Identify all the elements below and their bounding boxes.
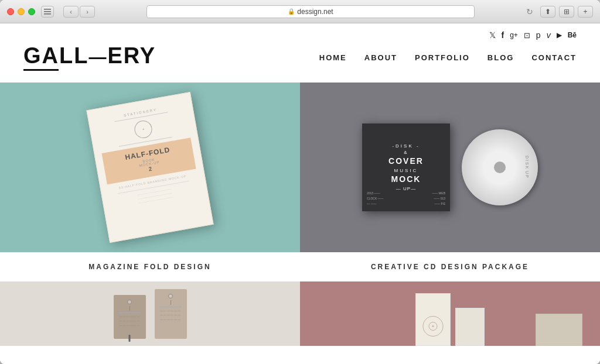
new-tab-button[interactable]: ⊞ — [559, 6, 574, 18]
cd-disc: DISK UP — [462, 129, 538, 205]
gallery-item-cd[interactable]: -DISK - & COVER MUSIC MOCK — UP— 2013 ——… — [300, 83, 600, 281]
svg-rect-0 — [44, 9, 51, 10]
logo-text: GALL―ERY — [23, 44, 156, 67]
maximize-button[interactable] — [28, 8, 35, 15]
gallery-label-cd: CREATIVE CD DESIGN PACKAGE — [300, 252, 600, 281]
browser-chrome: ‹ › 🔒 dessign.net ↻ ⬆ ⊞ + — [0, 0, 600, 23]
facebook-icon[interactable]: f — [502, 30, 504, 40]
twitter-icon[interactable]: 𝕏 — [489, 30, 496, 40]
forward-button[interactable]: › — [80, 6, 95, 18]
browser-window: ‹ › 🔒 dessign.net ↻ ⬆ ⊞ + 𝕏 f g+ ⊡ p v ▶ — [0, 0, 600, 364]
close-button[interactable] — [7, 8, 14, 15]
add-button[interactable]: + — [578, 6, 593, 18]
gallery-item-magazine[interactable]: STATIONERY ✦ HALF-FOLD BOOK MOCK-UP 2 — [0, 83, 300, 281]
gallery-image-cd: -DISK - & COVER MUSIC MOCK — UP— 2013 ——… — [300, 83, 600, 252]
magazine-mockup: STATIONERY ✦ HALF-FOLD BOOK MOCK-UP 2 — [86, 92, 213, 243]
logo-underline — [23, 69, 59, 71]
sidebar-toggle[interactable] — [41, 6, 54, 18]
youtube-icon[interactable]: ▶ — [557, 31, 562, 39]
gallery-bottom: —————————————————— —————————————————— — [0, 281, 600, 346]
reload-button[interactable]: ↻ — [526, 7, 533, 16]
gallery-image-magazine: STATIONERY ✦ HALF-FOLD BOOK MOCK-UP 2 — [0, 83, 300, 252]
gallery-image-tags[interactable]: —————————————————— —————————————————— — [0, 281, 300, 346]
site-header: 𝕏 f g+ ⊡ p v ▶ Bē GALL―ERY HOME ABOUT PO… — [0, 23, 600, 83]
browser-actions: ⬆ ⊞ + — [540, 6, 593, 18]
pinterest-icon[interactable]: p — [536, 30, 541, 40]
address-bar[interactable]: 🔒 dessign.net — [146, 5, 475, 18]
nav-home[interactable]: HOME — [319, 53, 347, 62]
svg-rect-1 — [44, 11, 51, 12]
behance-icon[interactable]: Bē — [568, 31, 577, 39]
back-button[interactable]: ‹ — [63, 6, 79, 18]
googleplus-icon[interactable]: g+ — [510, 31, 518, 39]
lock-icon: 🔒 — [288, 8, 295, 15]
social-bar: 𝕏 f g+ ⊡ p v ▶ Bē — [23, 23, 577, 44]
svg-rect-2 — [44, 13, 51, 15]
traffic-lights — [7, 8, 35, 15]
cd-case-text: -DISK - & COVER MUSIC MOCK — UP— — [388, 143, 424, 192]
tags-mockup: —————————————————— —————————————————— — [114, 289, 187, 339]
gallery-grid: STATIONERY ✦ HALF-FOLD BOOK MOCK-UP 2 — [0, 83, 600, 281]
photo-item — [536, 314, 582, 346]
browser-nav: ‹ › — [63, 6, 95, 18]
share-button[interactable]: ⬆ — [540, 6, 555, 18]
cd-case: -DISK - & COVER MUSIC MOCK — UP— 2013 ——… — [362, 123, 450, 211]
url-text: dessign.net — [297, 8, 333, 16]
gallery-label-magazine: MAGAZINE FOLD DESIGN — [0, 252, 300, 281]
header-main: GALL―ERY HOME ABOUT PORTFOLIO BLOG CONTA… — [23, 44, 577, 83]
book-short — [455, 308, 485, 346]
nav-contact[interactable]: CONTACT — [531, 53, 577, 62]
site-logo[interactable]: GALL―ERY — [23, 44, 156, 71]
website-content: 𝕏 f g+ ⊡ p v ▶ Bē GALL―ERY HOME ABOUT PO… — [0, 23, 600, 364]
gallery-image-books[interactable]: ✦ — [300, 281, 600, 346]
instagram-icon[interactable]: ⊡ — [524, 31, 530, 40]
main-nav: HOME ABOUT PORTFOLIO BLOG CONTACT — [319, 53, 577, 62]
tag-1: —————————————————— — [114, 295, 146, 339]
nav-blog[interactable]: BLOG — [488, 53, 514, 62]
nav-portfolio[interactable]: PORTFOLIO — [415, 53, 470, 62]
books-mockup: ✦ — [404, 293, 496, 346]
book-tall: ✦ — [415, 293, 451, 346]
tag-2: —————————————————— — [155, 289, 187, 339]
nav-about[interactable]: ABOUT — [364, 53, 397, 62]
vimeo-icon[interactable]: v — [547, 30, 551, 40]
minimize-button[interactable] — [18, 8, 25, 15]
